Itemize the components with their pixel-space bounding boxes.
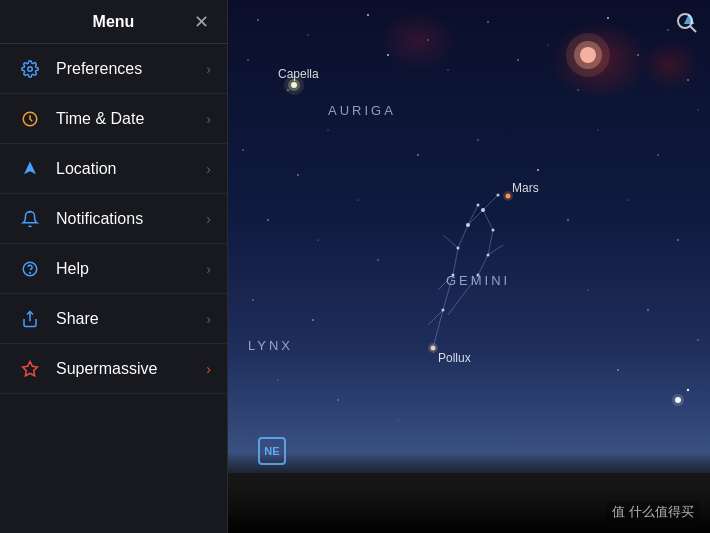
svg-line-64 [468,205,478,225]
svg-point-70 [432,347,435,350]
preferences-chevron: › [206,61,211,77]
svg-point-30 [627,199,628,200]
svg-marker-94 [23,361,38,375]
svg-point-41 [687,389,689,391]
svg-line-63 [448,295,463,315]
svg-point-1 [307,34,308,35]
sidebar-item-notifications[interactable]: Notifications › [0,194,227,244]
preferences-icon [16,55,44,83]
sidebar-header: Menu ✕ [0,0,227,44]
svg-point-14 [517,59,519,61]
notifications-label: Notifications [56,210,206,228]
sidebar-item-location[interactable]: Location › [0,144,227,194]
svg-point-11 [327,129,328,130]
svg-line-56 [453,248,458,275]
svg-point-75 [481,208,485,212]
svg-point-36 [697,339,698,340]
svg-point-20 [357,199,358,200]
svg-line-88 [691,27,697,33]
compass-ne: NE [258,437,286,465]
svg-point-5 [547,44,548,45]
svg-point-6 [607,17,609,19]
svg-point-35 [647,309,649,311]
svg-point-21 [417,154,419,156]
svg-text:AURIGA: AURIGA [328,103,396,118]
svg-point-74 [466,223,470,227]
location-label: Location [56,160,206,178]
svg-point-37 [277,379,278,380]
svg-point-71 [442,309,445,312]
svg-point-18 [242,149,243,150]
svg-point-31 [677,239,679,241]
svg-point-4 [487,21,489,23]
svg-text:GEMINI: GEMINI [446,273,510,288]
svg-point-15 [577,89,578,90]
close-button[interactable]: ✕ [189,10,213,34]
svg-line-58 [468,210,483,225]
svg-point-38 [337,399,338,400]
svg-line-66 [443,235,458,248]
share-icon [16,305,44,333]
notifications-icon [16,205,44,233]
preferences-label: Preferences [56,60,206,78]
svg-point-24 [597,129,598,130]
svg-point-12 [387,54,389,56]
svg-point-23 [537,169,539,171]
time-date-label: Time & Date [56,110,206,128]
sidebar-item-help[interactable]: Help › [0,244,227,294]
svg-line-54 [433,310,443,348]
svg-point-2 [367,14,369,16]
share-chevron: › [206,311,211,327]
supermassive-label: Supermassive [56,360,206,378]
sidebar-item-preferences[interactable]: Preferences › [0,44,227,94]
svg-point-34 [587,289,588,290]
svg-line-61 [478,255,488,275]
svg-point-28 [377,259,378,260]
time-date-chevron: › [206,111,211,127]
svg-point-16 [637,54,639,56]
svg-point-17 [697,109,698,110]
svg-line-60 [488,230,493,255]
svg-point-27 [317,239,318,240]
svg-point-26 [267,219,269,221]
svg-point-47 [566,33,610,77]
svg-point-76 [492,229,495,232]
svg-text:Capella: Capella [278,67,319,81]
help-label: Help [56,260,206,278]
svg-point-39 [398,420,399,421]
svg-point-3 [427,39,428,40]
location-chevron: › [206,161,211,177]
svg-point-77 [487,254,490,257]
supermassive-icon [16,355,44,383]
svg-text:Mars: Mars [512,181,539,195]
svg-point-73 [457,247,460,250]
svg-point-0 [257,19,259,21]
help-icon [16,255,44,283]
svg-point-92 [30,272,31,273]
svg-point-9 [247,59,248,60]
svg-point-40 [617,369,619,371]
search-icon[interactable] [674,10,698,40]
share-label: Share [56,310,206,328]
svg-point-13 [447,69,448,70]
sky-background: Capella AURIGA Mars GEMINI Pollux LYNX N… [228,0,710,533]
sidebar-item-supermassive[interactable]: Supermassive › [0,344,227,394]
svg-point-32 [252,299,253,300]
sidebar-item-time-date[interactable]: Time & Date › [0,94,227,144]
help-chevron: › [206,261,211,277]
menu-title: Menu [93,13,135,31]
svg-line-59 [483,210,493,230]
time-date-icon [16,105,44,133]
svg-point-80 [497,194,500,197]
notifications-chevron: › [206,211,211,227]
sidebar: Menu ✕ Preferences › Time & Date › [0,0,228,533]
sidebar-item-share[interactable]: Share › [0,294,227,344]
svg-point-33 [312,319,314,321]
svg-point-29 [567,219,569,221]
watermark: 值 什么值得买 [606,501,700,523]
svg-line-57 [458,225,468,248]
svg-point-7 [667,29,668,30]
svg-point-22 [477,139,478,140]
svg-text:LYNX: LYNX [248,338,293,353]
svg-line-65 [483,195,498,210]
